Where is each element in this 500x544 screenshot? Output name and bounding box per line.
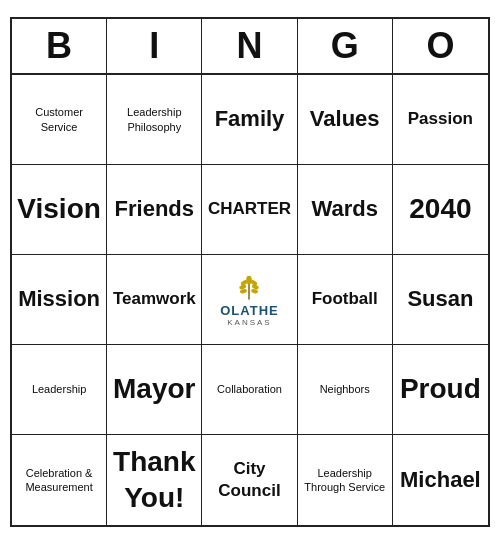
cell-text-r4c5: Proud [400, 371, 481, 407]
cell-text-r1c4: Values [310, 105, 380, 134]
cell-text-r5c4: Leadership Through Service [302, 466, 388, 495]
bingo-letter-i: I [107, 19, 202, 73]
cell-r2c2: Friends [107, 165, 202, 255]
cell-r3c3: OLATHEKANSAS [202, 255, 297, 345]
bingo-letter-g: G [298, 19, 393, 73]
cell-text-r5c1: Celebration & Measurement [25, 466, 92, 495]
cell-text-r2c5: 2040 [409, 191, 471, 227]
cell-text-r2c3: CHARTER [208, 198, 291, 220]
svg-point-7 [247, 275, 253, 283]
bingo-grid: Customer ServiceLeadership PhilosophyFam… [12, 75, 488, 525]
cell-r1c5: Passion [393, 75, 488, 165]
cell-r4c1: Leadership [12, 345, 107, 435]
cell-r4c4: Neighbors [298, 345, 393, 435]
cell-text-r1c2: Leadership Philosophy [111, 105, 197, 134]
cell-text-r1c3: Family [215, 105, 285, 134]
cell-text-r4c1: Leadership [32, 382, 86, 396]
cell-text-r5c2: Thank You! [111, 444, 197, 517]
cell-text-r1c5: Passion [408, 108, 473, 130]
cell-text-r3c1: Mission [18, 285, 100, 314]
cell-text-r3c5: Susan [407, 285, 473, 314]
cell-r3c5: Susan [393, 255, 488, 345]
cell-r2c3: CHARTER [202, 165, 297, 255]
cell-r2c1: Vision [12, 165, 107, 255]
cell-text-r2c4: Wards [311, 195, 377, 224]
cell-r4c3: Collaboration [202, 345, 297, 435]
cell-r3c2: Teamwork [107, 255, 202, 345]
olathe-name: OLATHE [220, 303, 278, 318]
bingo-header: BINGO [12, 19, 488, 75]
cell-r1c2: Leadership Philosophy [107, 75, 202, 165]
bingo-letter-n: N [202, 19, 297, 73]
cell-r4c2: Mayor [107, 345, 202, 435]
cell-r5c1: Celebration & Measurement [12, 435, 107, 525]
cell-r5c3: City Council [202, 435, 297, 525]
bingo-card: BINGO Customer ServiceLeadership Philoso… [10, 17, 490, 527]
bingo-letter-b: B [12, 19, 107, 73]
cell-r1c1: Customer Service [12, 75, 107, 165]
cell-r3c1: Mission [12, 255, 107, 345]
cell-r3c4: Football [298, 255, 393, 345]
cell-text-r2c2: Friends [115, 195, 194, 224]
cell-r5c5: Michael [393, 435, 488, 525]
cell-text-r5c5: Michael [400, 466, 481, 495]
cell-r2c5: 2040 [393, 165, 488, 255]
cell-text-r3c4: Football [312, 288, 378, 310]
cell-r1c3: Family [202, 75, 297, 165]
cell-text-r4c2: Mayor [113, 371, 195, 407]
cell-r5c2: Thank You! [107, 435, 202, 525]
olathe-state: KANSAS [227, 318, 271, 327]
cell-r1c4: Values [298, 75, 393, 165]
cell-r2c4: Wards [298, 165, 393, 255]
cell-text-r4c3: Collaboration [217, 382, 282, 396]
cell-text-r5c3: City Council [206, 458, 292, 502]
cell-r4c5: Proud [393, 345, 488, 435]
cell-text-r2c1: Vision [17, 191, 101, 227]
olathe-logo: OLATHEKANSAS [220, 273, 278, 327]
cell-text-r1c1: Customer Service [16, 105, 102, 134]
cell-r5c4: Leadership Through Service [298, 435, 393, 525]
cell-text-r3c2: Teamwork [113, 288, 196, 310]
cell-text-r4c4: Neighbors [320, 382, 370, 396]
bingo-letter-o: O [393, 19, 488, 73]
